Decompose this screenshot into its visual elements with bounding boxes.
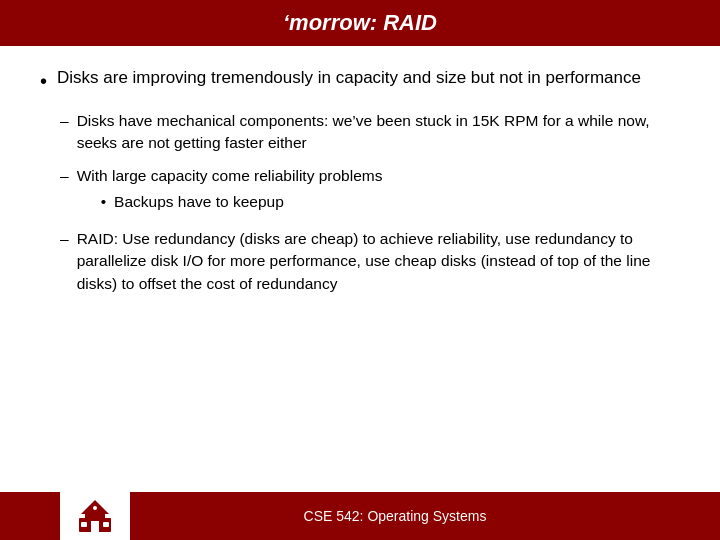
footer-left-accent: [0, 492, 60, 540]
sub-sub-bullet-item: •Backups have to keepup: [101, 191, 383, 213]
sub-bullet-text: With large capacity come reliability pro…: [77, 167, 383, 184]
main-bullet: • Disks are improving tremendously in ca…: [40, 66, 680, 96]
sub-bullet-text: Disks have mechanical components: we’ve …: [77, 112, 650, 151]
sub-bullet-item: –Disks have mechanical components: we’ve…: [60, 110, 680, 155]
footer-course-text: CSE 542: Operating Systems: [304, 508, 487, 524]
main-bullet-text: Disks are improving tremendously in capa…: [57, 66, 641, 91]
sub-sub-bullet-dot-icon: •: [101, 191, 106, 213]
sub-bullets-container: –Disks have mechanical components: we’ve…: [60, 110, 680, 305]
svg-point-6: [93, 506, 97, 510]
svg-rect-5: [103, 522, 109, 527]
sub-bullet-item: –RAID: Use redundancy (disks are cheap) …: [60, 228, 680, 295]
sub-bullet-text-wrap: Disks have mechanical components: we’ve …: [77, 110, 680, 155]
dash-icon: –: [60, 110, 69, 132]
footer-center: CSE 542: Operating Systems: [130, 492, 660, 540]
svg-rect-3: [91, 521, 99, 532]
sub-bullet-text: RAID: Use redundancy (disks are cheap) t…: [77, 230, 651, 292]
header-title: ‘morrow: RAID: [283, 10, 437, 35]
slide-header: ‘morrow: RAID: [0, 0, 720, 46]
bullet-dot-icon: •: [40, 67, 47, 96]
slide: ‘morrow: RAID • Disks are improving trem…: [0, 0, 720, 540]
svg-rect-4: [81, 522, 87, 527]
slide-content: • Disks are improving tremendously in ca…: [0, 46, 720, 492]
dash-icon: –: [60, 228, 69, 250]
sub-sub-bullet-text: Backups have to keepup: [114, 191, 284, 213]
university-logo-icon: [77, 498, 113, 534]
sub-bullet-text-wrap: RAID: Use redundancy (disks are cheap) t…: [77, 228, 680, 295]
sub-bullet-text-wrap: With large capacity come reliability pro…: [77, 165, 383, 218]
footer-logo-area: [60, 492, 130, 540]
sub-sub-bullets-container: •Backups have to keepup: [101, 191, 383, 213]
slide-footer: CSE 542: Operating Systems: [0, 492, 720, 540]
sub-bullet-item: –With large capacity come reliability pr…: [60, 165, 680, 218]
footer-right-accent: [660, 492, 720, 540]
dash-icon: –: [60, 165, 69, 187]
